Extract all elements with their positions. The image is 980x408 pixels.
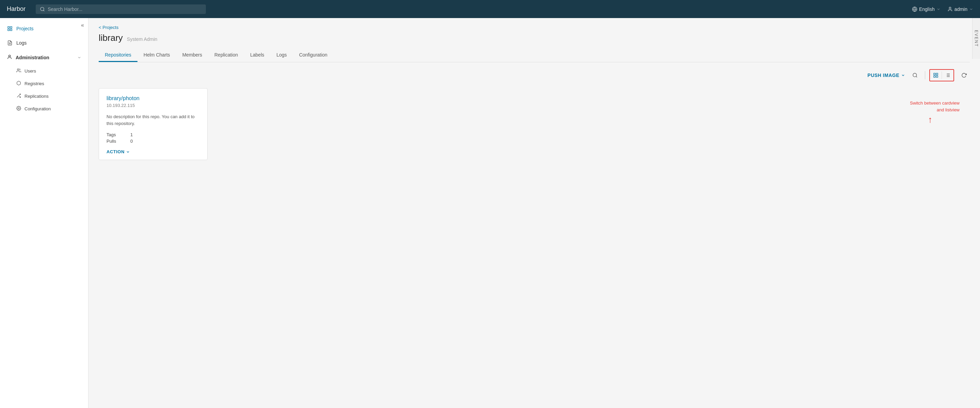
listview-button[interactable] [942, 70, 953, 81]
top-navigation: Harbor English admin [0, 0, 980, 18]
svg-rect-19 [936, 73, 938, 75]
toolbar: PUSH IMAGE [99, 69, 970, 81]
annotation-arrow-icon: ↑ [910, 115, 932, 125]
svg-rect-20 [936, 76, 938, 77]
tab-labels[interactable]: Labels [244, 49, 270, 62]
main-content: Projects library System Admin Repositori… [89, 18, 980, 408]
tags-value: 1 [130, 132, 133, 137]
svg-rect-21 [934, 76, 935, 77]
annotation-container: Switch between cardviewand listview ↑ [910, 100, 959, 125]
users-icon [16, 68, 21, 74]
sidebar-collapse-button[interactable]: « [81, 22, 84, 28]
sidebar-administration-header[interactable]: Administration [0, 50, 88, 65]
toolbar-separator [925, 71, 925, 79]
refresh-button[interactable] [958, 70, 970, 81]
sidebar-configuration-label: Configuration [24, 106, 51, 112]
view-toggle-group [929, 69, 954, 81]
search-icon [40, 6, 45, 12]
sidebar-logs-label: Logs [16, 40, 27, 46]
user-icon [947, 6, 953, 12]
sidebar: « Projects Logs Administration Users [0, 18, 89, 408]
svg-point-0 [40, 7, 44, 11]
grid-icon [933, 73, 939, 78]
globe-icon [912, 6, 917, 12]
svg-point-4 [949, 7, 951, 9]
svg-point-15 [18, 108, 19, 109]
language-label: English [919, 6, 935, 12]
user-menu[interactable]: admin [947, 6, 973, 12]
svg-line-1 [43, 10, 45, 11]
action-chevron-icon [126, 150, 130, 154]
administration-chevron-icon [77, 56, 81, 60]
sidebar-registries-label: Registries [24, 81, 44, 86]
pulls-label: Pulls [107, 139, 124, 144]
svg-rect-5 [8, 27, 10, 28]
repo-card-description: No description for this repo. You can ad… [107, 113, 200, 127]
sidebar-administration-label: Administration [16, 55, 49, 60]
content-wrapper: Projects library System Admin Repositori… [99, 25, 970, 160]
repo-card-meta: Tags 1 Pulls 0 [107, 132, 200, 144]
tab-repositories[interactable]: Repositories [99, 49, 137, 62]
repo-grid: library/photon 10.193.22.115 No descript… [99, 88, 970, 160]
tab-members[interactable]: Members [176, 49, 208, 62]
svg-point-12 [18, 69, 19, 70]
tab-replication[interactable]: Replication [208, 49, 244, 62]
sidebar-item-users[interactable]: Users [0, 65, 88, 77]
svg-point-11 [8, 55, 10, 57]
svg-rect-7 [10, 29, 12, 31]
tab-logs[interactable]: Logs [270, 49, 293, 62]
sidebar-replications-label: Replications [24, 94, 49, 99]
action-button[interactable]: ACTION [107, 149, 200, 154]
svg-line-17 [916, 76, 917, 77]
page-title: library [99, 33, 123, 43]
page-header: library System Admin [99, 33, 970, 43]
sidebar-item-registries[interactable]: Registries [0, 77, 88, 90]
svg-rect-8 [8, 29, 10, 31]
push-image-chevron-icon [901, 73, 905, 77]
registries-icon [16, 81, 21, 86]
sidebar-item-replications[interactable]: Replications [0, 90, 88, 102]
logs-icon [7, 40, 13, 46]
svg-rect-6 [10, 27, 12, 28]
username-label: admin [955, 6, 967, 12]
repo-card: library/photon 10.193.22.115 No descript… [99, 88, 208, 160]
repo-card-name[interactable]: library/photon [107, 96, 200, 102]
sidebar-item-projects[interactable]: Projects [0, 21, 88, 36]
page-subtitle: System Admin [127, 37, 157, 42]
replications-icon [16, 93, 21, 99]
refresh-icon [961, 73, 967, 78]
tab-bar: Repositories Helm Charts Members Replica… [99, 49, 970, 62]
tab-configuration[interactable]: Configuration [293, 49, 334, 62]
pulls-value: 0 [130, 139, 133, 144]
chevron-down-icon [937, 7, 940, 11]
sidebar-users-label: Users [24, 69, 36, 73]
cardview-button[interactable] [930, 70, 942, 81]
event-sidebar[interactable]: EVENT [972, 18, 980, 59]
search-button[interactable] [909, 70, 921, 81]
projects-icon [7, 26, 13, 32]
sidebar-item-configuration[interactable]: Configuration [0, 102, 88, 115]
repo-tags-row: Tags 1 [107, 132, 200, 137]
user-chevron-icon [969, 7, 973, 11]
tab-helm-charts[interactable]: Helm Charts [137, 49, 176, 62]
push-image-button[interactable]: PUSH IMAGE [867, 73, 905, 78]
configuration-icon [16, 106, 21, 112]
search-icon [912, 73, 918, 78]
svg-rect-18 [934, 73, 935, 75]
nav-right: English admin [912, 6, 973, 12]
repo-pulls-row: Pulls 0 [107, 139, 200, 144]
search-input[interactable] [48, 6, 202, 12]
administration-icon [7, 54, 12, 61]
app-logo: Harbor [7, 5, 25, 13]
list-icon [945, 73, 950, 78]
sidebar-item-logs[interactable]: Logs [0, 36, 88, 50]
event-sidebar-label: EVENT [974, 30, 978, 47]
tags-label: Tags [107, 132, 124, 137]
svg-point-16 [913, 73, 917, 77]
language-selector[interactable]: English [912, 6, 940, 12]
sidebar-projects-label: Projects [16, 26, 34, 31]
breadcrumb[interactable]: Projects [99, 25, 970, 30]
repo-card-ip: 10.193.22.115 [107, 103, 200, 108]
annotation-text: Switch between cardviewand listview [910, 100, 959, 113]
search-bar[interactable] [36, 5, 206, 14]
